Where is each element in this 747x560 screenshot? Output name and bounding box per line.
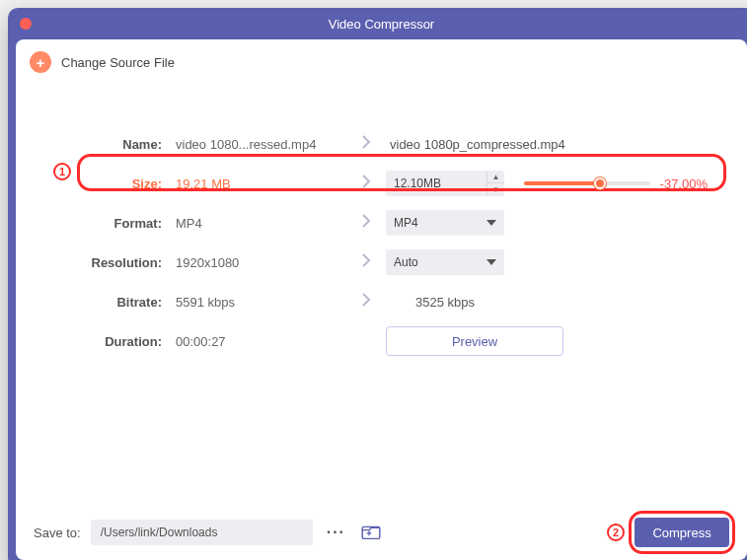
content-panel: + Change Source File 1 Name: video 1080.… xyxy=(16,39,747,560)
slider-fill xyxy=(524,181,600,185)
arrow-icon xyxy=(346,293,386,311)
input-name: video 1080...ressed.mp4 xyxy=(174,137,346,152)
input-size: 19.21 MB xyxy=(174,176,346,191)
folder-icon xyxy=(361,525,381,540)
resolution-select-value: Auto xyxy=(394,255,418,269)
annotation-1: 1 xyxy=(53,163,71,180)
size-percent: -37.00% xyxy=(660,176,717,191)
row-resolution: Resolution: 1920x1080 Auto xyxy=(45,243,717,282)
output-bitrate: 3525 kbps xyxy=(386,295,504,310)
annotation-2: 2 xyxy=(607,524,625,541)
label-bitrate: Bitrate: xyxy=(45,295,174,310)
save-to-label: Save to: xyxy=(34,525,81,540)
label-format: Format: xyxy=(45,216,174,231)
arrow-icon xyxy=(346,175,386,192)
plus-icon: + xyxy=(37,54,45,71)
row-duration: Duration: 00:00:27 Preview xyxy=(45,321,717,361)
titlebar: Video Compressor xyxy=(8,8,747,39)
size-slider-wrap: -37.00% xyxy=(514,176,717,191)
stepper-arrows: ▲ ▼ xyxy=(486,171,504,196)
input-format: MP4 xyxy=(174,216,346,231)
compress-button-label: Compress xyxy=(652,525,710,540)
form: 1 Name: video 1080...ressed.mp4 video 10… xyxy=(16,85,747,361)
arrow-icon xyxy=(346,253,386,271)
label-resolution: Resolution: xyxy=(45,255,174,270)
save-path-text: /Users/link/Downloads xyxy=(101,525,218,539)
slider-thumb[interactable] xyxy=(594,177,606,189)
add-source-button[interactable]: + xyxy=(30,51,51,73)
size-stepper[interactable]: 12.10MB ▲ ▼ xyxy=(386,171,504,196)
resolution-select[interactable]: Auto xyxy=(386,249,504,275)
app-window: Video Compressor + Change Source File 1 … xyxy=(8,8,747,560)
row-name: Name: video 1080...ressed.mp4 video 1080… xyxy=(45,124,717,164)
window-title: Video Compressor xyxy=(8,17,747,32)
compress-button[interactable]: Compress xyxy=(635,518,729,547)
row-size: Size: 19.21 MB 12.10MB ▲ ▼ xyxy=(45,164,717,203)
arrow-icon xyxy=(346,214,386,232)
stepper-down-icon[interactable]: ▼ xyxy=(487,183,504,196)
preview-button-label: Preview xyxy=(452,334,497,349)
format-select-value: MP4 xyxy=(394,216,418,230)
footer: Save to: /Users/link/Downloads ··· 2 Com… xyxy=(16,505,747,560)
change-source-label[interactable]: Change Source File xyxy=(61,55,175,70)
open-folder-button[interactable] xyxy=(358,520,384,545)
duration-value: 00:00:27 xyxy=(174,334,346,349)
input-bitrate: 5591 kbps xyxy=(174,295,346,310)
label-duration: Duration: xyxy=(45,334,174,349)
arrow-icon xyxy=(346,135,386,153)
format-select[interactable]: MP4 xyxy=(386,210,504,236)
browse-path-button[interactable]: ··· xyxy=(323,520,348,545)
input-resolution: 1920x1080 xyxy=(174,255,346,270)
size-output-value: 12.10MB xyxy=(394,176,486,190)
save-path[interactable]: /Users/link/Downloads xyxy=(91,520,314,545)
chevron-down-icon xyxy=(486,259,496,265)
output-name[interactable]: video 1080p_compressed.mp4 xyxy=(386,137,717,152)
header-row: + Change Source File xyxy=(16,39,747,85)
preview-button[interactable]: Preview xyxy=(386,326,563,356)
row-format: Format: MP4 MP4 xyxy=(45,203,717,243)
stepper-up-icon[interactable]: ▲ xyxy=(487,171,504,183)
label-name: Name: xyxy=(45,137,174,152)
row-bitrate: Bitrate: 5591 kbps 3525 kbps xyxy=(45,282,717,321)
chevron-down-icon xyxy=(486,220,496,226)
size-slider[interactable] xyxy=(524,181,650,185)
